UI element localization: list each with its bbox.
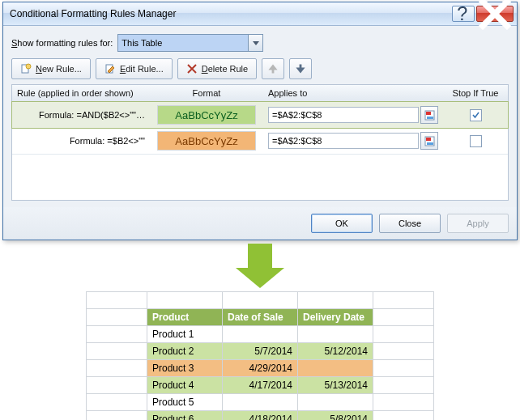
sheet-cell[interactable]: Product 4	[147, 377, 223, 394]
toolbar: New Rule... Edit Rule... Delete Rule	[11, 58, 509, 79]
svg-rect-6	[427, 117, 433, 119]
svg-rect-9	[427, 142, 433, 145]
sheet-cell[interactable]: 4/29/2014	[223, 360, 298, 377]
applies-to-input[interactable]	[268, 107, 419, 123]
sheet-cell[interactable]: Product 5	[147, 394, 223, 411]
scope-label: Show formatting rules for:	[11, 38, 113, 48]
range-picker-icon	[424, 136, 435, 146]
help-icon: ?	[453, 3, 474, 24]
col-applies-header: Applies to	[263, 85, 443, 101]
new-rule-icon	[20, 63, 32, 74]
range-picker-icon	[424, 110, 435, 121]
applies-to-input[interactable]	[268, 133, 419, 149]
sheet-cell[interactable]: Product 3	[147, 360, 223, 377]
help-button[interactable]: ?	[452, 6, 475, 22]
sheet-header-row: Product Date of Sale Delivery Date	[87, 309, 434, 326]
sheet-header: Date of Sale	[223, 309, 298, 326]
scope-select[interactable]: This Table	[117, 34, 263, 52]
sheet-cell[interactable]: 5/8/2014	[298, 411, 373, 421]
sheet-row: Product 44/17/20145/13/2014	[87, 377, 434, 394]
new-rule-button[interactable]: New Rule...	[11, 58, 91, 79]
scope-select-value: This Table	[121, 38, 162, 48]
stop-if-true-checkbox[interactable]	[470, 109, 482, 121]
svg-rect-8	[426, 138, 431, 141]
edit-rule-icon	[104, 63, 116, 74]
format-preview: AaBbCcYyZz	[157, 131, 256, 151]
rule-row[interactable]: Formula: =$B2<>""AaBbCcYyZz	[12, 128, 508, 155]
range-picker-button[interactable]	[420, 106, 438, 124]
sheet-cell[interactable]	[298, 360, 373, 377]
apply-button[interactable]: Apply	[447, 214, 509, 233]
chevron-down-icon	[248, 35, 262, 51]
move-down-button[interactable]	[289, 58, 312, 79]
col-rule-header: Rule (applied in order shown)	[12, 85, 150, 101]
rule-row[interactable]: Formula: =AND($B2<>""…AaBbCcYyZz	[11, 101, 509, 129]
format-preview: AaBbCcYyZz	[157, 105, 256, 125]
grid-spacer-row	[87, 292, 434, 309]
rule-formula: Formula: =$B2<>""	[12, 128, 150, 154]
sheet-header: Product	[147, 309, 223, 326]
sheet-cell[interactable]	[298, 326, 373, 343]
rules-table: Rule (applied in order shown) Format App…	[11, 84, 509, 201]
sheet-cell[interactable]: 5/7/2014	[223, 343, 298, 360]
scope-row: Show formatting rules for: This Table	[11, 34, 509, 52]
sheet-cell[interactable]: 4/18/2014	[223, 411, 298, 421]
titlebar: Conditional Formatting Rules Manager ?	[3, 2, 517, 26]
rule-formula: Formula: =AND($B2<>""…	[12, 102, 150, 128]
sheet-cell[interactable]	[223, 394, 298, 411]
sheet-cell[interactable]: Product 6	[147, 411, 223, 421]
sheet-cell[interactable]: Product 2	[147, 343, 223, 360]
sheet-header: Delivery Date	[298, 309, 373, 326]
sample-sheet: Product Date of Sale Delivery Date Produ…	[86, 291, 434, 420]
ok-button[interactable]: OK	[311, 214, 373, 233]
dialog-body: Show formatting rules for: This Table Ne…	[3, 26, 517, 207]
close-button[interactable]: Close	[379, 214, 441, 233]
sheet-row: Product 5	[87, 394, 434, 411]
range-picker-button[interactable]	[420, 132, 438, 150]
svg-point-2	[26, 64, 31, 69]
sheet-cell[interactable]: 4/17/2014	[223, 377, 298, 394]
sheet-cell[interactable]	[223, 326, 298, 343]
result-arrow-icon	[236, 244, 284, 288]
sheet-row: Product 64/18/20145/8/2014	[87, 411, 434, 421]
delete-icon	[186, 63, 198, 74]
svg-text:?: ?	[457, 3, 467, 24]
close-icon	[477, 0, 513, 32]
arrow-down-icon	[295, 63, 306, 74]
rules-table-header: Rule (applied in order shown) Format App…	[12, 85, 508, 102]
sheet-row: Product 25/7/20145/12/2014	[87, 343, 434, 360]
sheet-wrap: Product Date of Sale Delivery Date Produ…	[0, 291, 520, 420]
dialog-footer: OK Close Apply	[3, 207, 517, 240]
sheet-cell[interactable]: 5/12/2014	[298, 343, 373, 360]
col-format-header: Format	[150, 85, 263, 101]
delete-rule-button[interactable]: Delete Rule	[177, 58, 258, 79]
move-up-button[interactable]	[262, 58, 284, 79]
col-stop-header: Stop If True	[443, 85, 508, 101]
sheet-row: Product 34/29/2014	[87, 360, 434, 377]
arrow-up-icon	[267, 63, 279, 74]
dialog-title: Conditional Formatting Rules Manager	[10, 8, 450, 19]
sheet-cell[interactable]: Product 1	[147, 326, 223, 343]
close-window-button[interactable]	[476, 6, 514, 22]
stop-if-true-checkbox[interactable]	[470, 135, 482, 147]
edit-rule-button[interactable]: Edit Rule...	[96, 58, 173, 79]
cf-rules-manager-dialog: Conditional Formatting Rules Manager ? S…	[2, 2, 518, 240]
svg-rect-5	[426, 112, 431, 115]
sheet-cell[interactable]	[298, 394, 373, 411]
sheet-row: Product 1	[87, 326, 434, 343]
sheet-cell[interactable]: 5/13/2014	[298, 377, 373, 394]
